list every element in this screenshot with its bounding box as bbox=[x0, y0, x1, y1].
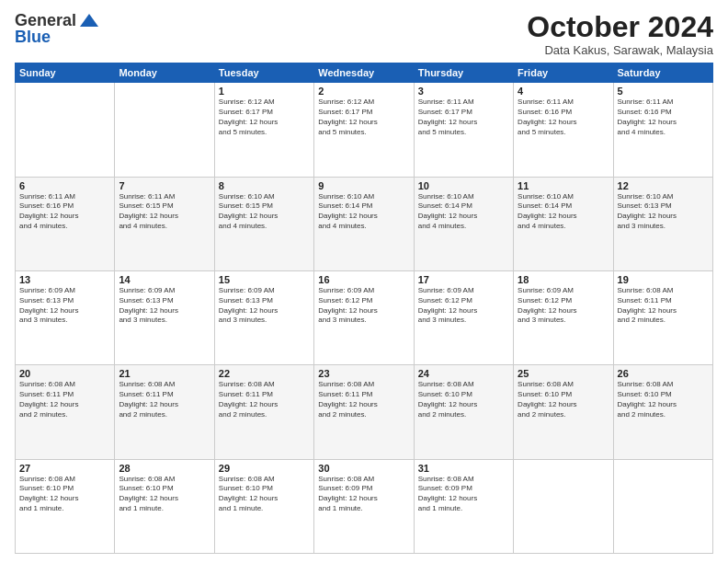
day-number: 19 bbox=[618, 274, 709, 285]
day-info: Sunrise: 6:10 AM Sunset: 6:14 PM Dayligh… bbox=[518, 192, 609, 232]
calendar-cell: 25Sunrise: 6:08 AM Sunset: 6:10 PM Dayli… bbox=[514, 365, 613, 459]
day-number: 5 bbox=[618, 86, 709, 97]
calendar-cell: 3Sunrise: 6:11 AM Sunset: 6:17 PM Daylig… bbox=[414, 83, 513, 177]
calendar-cell: 16Sunrise: 6:09 AM Sunset: 6:12 PM Dayli… bbox=[314, 270, 414, 364]
logo: General Blue bbox=[15, 11, 98, 47]
day-number: 28 bbox=[119, 463, 210, 474]
logo-blue: Blue bbox=[15, 28, 51, 47]
day-number: 18 bbox=[518, 274, 609, 285]
day-number: 12 bbox=[618, 180, 709, 191]
calendar-header-thursday: Thursday bbox=[414, 63, 513, 83]
day-info: Sunrise: 6:12 AM Sunset: 6:17 PM Dayligh… bbox=[219, 98, 310, 137]
day-info: Sunrise: 6:08 AM Sunset: 6:10 PM Dayligh… bbox=[618, 380, 709, 419]
calendar-cell: 19Sunrise: 6:08 AM Sunset: 6:11 PM Dayli… bbox=[613, 270, 712, 364]
calendar-cell: 20Sunrise: 6:08 AM Sunset: 6:11 PM Dayli… bbox=[16, 365, 115, 459]
calendar-header-wednesday: Wednesday bbox=[314, 63, 414, 83]
calendar-cell bbox=[613, 459, 712, 553]
calendar-header-tuesday: Tuesday bbox=[214, 63, 313, 83]
calendar-cell: 2Sunrise: 6:12 AM Sunset: 6:17 PM Daylig… bbox=[314, 83, 414, 177]
calendar-cell: 8Sunrise: 6:10 AM Sunset: 6:15 PM Daylig… bbox=[214, 177, 313, 270]
calendar-cell: 26Sunrise: 6:08 AM Sunset: 6:10 PM Dayli… bbox=[613, 365, 712, 459]
calendar-cell: 17Sunrise: 6:09 AM Sunset: 6:12 PM Dayli… bbox=[414, 270, 513, 364]
day-info: Sunrise: 6:08 AM Sunset: 6:10 PM Dayligh… bbox=[19, 475, 110, 514]
day-info: Sunrise: 6:08 AM Sunset: 6:10 PM Dayligh… bbox=[119, 475, 210, 514]
calendar-cell: 22Sunrise: 6:08 AM Sunset: 6:11 PM Dayli… bbox=[214, 365, 313, 459]
day-number: 6 bbox=[19, 180, 110, 191]
day-info: Sunrise: 6:08 AM Sunset: 6:11 PM Dayligh… bbox=[119, 380, 210, 419]
day-info: Sunrise: 6:11 AM Sunset: 6:17 PM Dayligh… bbox=[418, 98, 509, 137]
day-info: Sunrise: 6:09 AM Sunset: 6:13 PM Dayligh… bbox=[19, 286, 110, 326]
day-number: 27 bbox=[19, 463, 110, 474]
calendar-cell: 28Sunrise: 6:08 AM Sunset: 6:10 PM Dayli… bbox=[115, 459, 214, 553]
calendar-cell: 5Sunrise: 6:11 AM Sunset: 6:16 PM Daylig… bbox=[613, 83, 712, 177]
day-info: Sunrise: 6:09 AM Sunset: 6:12 PM Dayligh… bbox=[418, 286, 509, 326]
calendar-header-monday: Monday bbox=[115, 63, 214, 83]
calendar-cell: 9Sunrise: 6:10 AM Sunset: 6:14 PM Daylig… bbox=[314, 177, 414, 270]
svg-marker-0 bbox=[80, 14, 98, 27]
day-info: Sunrise: 6:08 AM Sunset: 6:09 PM Dayligh… bbox=[318, 475, 409, 514]
day-number: 17 bbox=[418, 274, 509, 285]
day-number: 30 bbox=[318, 463, 409, 474]
day-info: Sunrise: 6:08 AM Sunset: 6:10 PM Dayligh… bbox=[418, 380, 509, 419]
calendar-header-row: SundayMondayTuesdayWednesdayThursdayFrid… bbox=[16, 63, 713, 83]
day-number: 3 bbox=[418, 86, 509, 97]
day-number: 23 bbox=[318, 368, 409, 379]
calendar-cell: 6Sunrise: 6:11 AM Sunset: 6:16 PM Daylig… bbox=[16, 177, 115, 270]
calendar-cell bbox=[514, 459, 613, 553]
month-title: October 2024 bbox=[527, 11, 713, 43]
subtitle: Data Kakus, Sarawak, Malaysia bbox=[527, 43, 713, 57]
calendar-cell: 14Sunrise: 6:09 AM Sunset: 6:13 PM Dayli… bbox=[115, 270, 214, 364]
day-number: 4 bbox=[518, 86, 609, 97]
day-number: 2 bbox=[318, 86, 409, 97]
calendar-cell: 27Sunrise: 6:08 AM Sunset: 6:10 PM Dayli… bbox=[16, 459, 115, 553]
day-number: 13 bbox=[19, 274, 110, 285]
day-number: 25 bbox=[518, 368, 609, 379]
calendar-week-4: 20Sunrise: 6:08 AM Sunset: 6:11 PM Dayli… bbox=[16, 365, 713, 459]
day-info: Sunrise: 6:11 AM Sunset: 6:15 PM Dayligh… bbox=[119, 192, 210, 232]
calendar-week-5: 27Sunrise: 6:08 AM Sunset: 6:10 PM Dayli… bbox=[16, 459, 713, 553]
calendar-header-saturday: Saturday bbox=[613, 63, 712, 83]
day-number: 15 bbox=[219, 274, 310, 285]
header: General Blue October 2024 Data Kakus, Sa… bbox=[15, 11, 713, 57]
day-info: Sunrise: 6:09 AM Sunset: 6:13 PM Dayligh… bbox=[219, 286, 310, 326]
day-number: 22 bbox=[219, 368, 310, 379]
calendar-cell: 30Sunrise: 6:08 AM Sunset: 6:09 PM Dayli… bbox=[314, 459, 414, 553]
calendar-week-3: 13Sunrise: 6:09 AM Sunset: 6:13 PM Dayli… bbox=[16, 270, 713, 364]
calendar-cell: 12Sunrise: 6:10 AM Sunset: 6:13 PM Dayli… bbox=[613, 177, 712, 270]
calendar-cell: 24Sunrise: 6:08 AM Sunset: 6:10 PM Dayli… bbox=[414, 365, 513, 459]
day-number: 7 bbox=[119, 180, 210, 191]
day-info: Sunrise: 6:08 AM Sunset: 6:11 PM Dayligh… bbox=[219, 380, 310, 419]
title-block: October 2024 Data Kakus, Sarawak, Malays… bbox=[527, 11, 713, 57]
calendar-cell: 4Sunrise: 6:11 AM Sunset: 6:16 PM Daylig… bbox=[514, 83, 613, 177]
day-info: Sunrise: 6:10 AM Sunset: 6:14 PM Dayligh… bbox=[418, 192, 509, 232]
calendar-cell: 23Sunrise: 6:08 AM Sunset: 6:11 PM Dayli… bbox=[314, 365, 414, 459]
calendar-cell: 18Sunrise: 6:09 AM Sunset: 6:12 PM Dayli… bbox=[514, 270, 613, 364]
day-info: Sunrise: 6:08 AM Sunset: 6:10 PM Dayligh… bbox=[518, 380, 609, 419]
day-info: Sunrise: 6:10 AM Sunset: 6:13 PM Dayligh… bbox=[618, 192, 709, 232]
calendar-week-2: 6Sunrise: 6:11 AM Sunset: 6:16 PM Daylig… bbox=[16, 177, 713, 270]
calendar-cell: 31Sunrise: 6:08 AM Sunset: 6:09 PM Dayli… bbox=[414, 459, 513, 553]
calendar-cell bbox=[115, 83, 214, 177]
day-number: 29 bbox=[219, 463, 310, 474]
day-info: Sunrise: 6:10 AM Sunset: 6:15 PM Dayligh… bbox=[219, 192, 310, 232]
day-info: Sunrise: 6:08 AM Sunset: 6:09 PM Dayligh… bbox=[418, 475, 509, 514]
calendar-cell: 11Sunrise: 6:10 AM Sunset: 6:14 PM Dayli… bbox=[514, 177, 613, 270]
calendar-header-sunday: Sunday bbox=[16, 63, 115, 83]
calendar-table: SundayMondayTuesdayWednesdayThursdayFrid… bbox=[15, 63, 713, 554]
calendar-cell: 7Sunrise: 6:11 AM Sunset: 6:15 PM Daylig… bbox=[115, 177, 214, 270]
day-info: Sunrise: 6:08 AM Sunset: 6:11 PM Dayligh… bbox=[19, 380, 110, 419]
calendar-cell: 29Sunrise: 6:08 AM Sunset: 6:10 PM Dayli… bbox=[214, 459, 313, 553]
calendar-cell: 10Sunrise: 6:10 AM Sunset: 6:14 PM Dayli… bbox=[414, 177, 513, 270]
day-number: 14 bbox=[119, 274, 210, 285]
day-info: Sunrise: 6:08 AM Sunset: 6:10 PM Dayligh… bbox=[219, 475, 310, 514]
day-info: Sunrise: 6:10 AM Sunset: 6:14 PM Dayligh… bbox=[318, 192, 409, 232]
calendar-header-friday: Friday bbox=[514, 63, 613, 83]
day-number: 9 bbox=[318, 180, 409, 191]
day-number: 24 bbox=[418, 368, 509, 379]
calendar-cell: 15Sunrise: 6:09 AM Sunset: 6:13 PM Dayli… bbox=[214, 270, 313, 364]
logo-icon bbox=[80, 14, 98, 27]
day-info: Sunrise: 6:09 AM Sunset: 6:13 PM Dayligh… bbox=[119, 286, 210, 326]
day-number: 21 bbox=[119, 368, 210, 379]
day-info: Sunrise: 6:11 AM Sunset: 6:16 PM Dayligh… bbox=[518, 98, 609, 137]
calendar-cell: 21Sunrise: 6:08 AM Sunset: 6:11 PM Dayli… bbox=[115, 365, 214, 459]
